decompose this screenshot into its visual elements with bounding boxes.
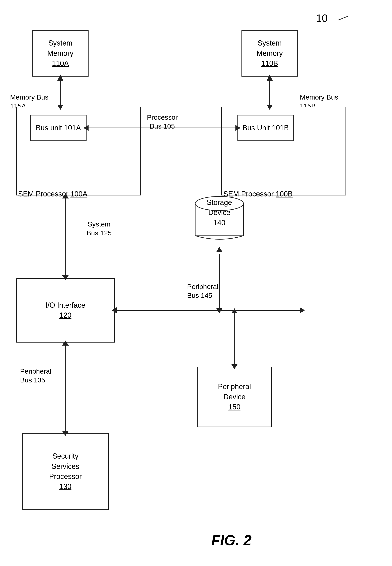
svg-marker-21 bbox=[300, 307, 305, 313]
svg-marker-18 bbox=[216, 308, 222, 313]
system-memory-b-box: SystemMemory110B bbox=[241, 30, 298, 76]
peripheral-bus-145-label: PeripheralBus 145 bbox=[187, 282, 218, 300]
system-memory-a-box: SystemMemory110A bbox=[32, 30, 88, 76]
svg-marker-23 bbox=[231, 308, 238, 313]
bus-unit-b-label: Bus Unit 101B bbox=[242, 123, 289, 133]
fig-label: FIG. 2 bbox=[211, 532, 252, 549]
bus-unit-a-label: Bus unit 101A bbox=[36, 123, 81, 133]
diagram-id: 10 bbox=[316, 12, 328, 24]
diagram: 10 SystemMemory110A SystemMemory110B Mem… bbox=[0, 0, 392, 566]
peripheral-device-label: PeripheralDevice150 bbox=[218, 382, 251, 412]
security-services-processor-box: SecurityServicesProcessor130 bbox=[22, 433, 109, 510]
system-memory-b-label: SystemMemory110B bbox=[257, 38, 283, 69]
system-bus-label: SystemBus 125 bbox=[86, 220, 112, 237]
io-interface-box: I/O Interface120 bbox=[16, 278, 115, 343]
security-services-processor-label: SecurityServicesProcessor130 bbox=[49, 451, 82, 492]
io-interface-label: I/O Interface120 bbox=[45, 300, 85, 321]
sem-processor-a-text: SEM Processor 100A bbox=[18, 189, 87, 199]
storage-device-label: StorageDevice140 bbox=[189, 197, 250, 228]
peripheral-bus-135-label: PeripheralBus 135 bbox=[20, 367, 51, 385]
bus-unit-b-box: Bus Unit 101B bbox=[238, 115, 294, 141]
svg-line-28 bbox=[338, 16, 348, 20]
storage-device-container: StorageDevice140 bbox=[189, 181, 250, 254]
peripheral-device-box: PeripheralDevice150 bbox=[197, 367, 272, 427]
processor-bus-label: ProcessorBus 105 bbox=[147, 113, 178, 131]
system-memory-a-label: SystemMemory110A bbox=[47, 38, 73, 69]
bus-unit-a-box: Bus unit 101A bbox=[30, 115, 86, 141]
